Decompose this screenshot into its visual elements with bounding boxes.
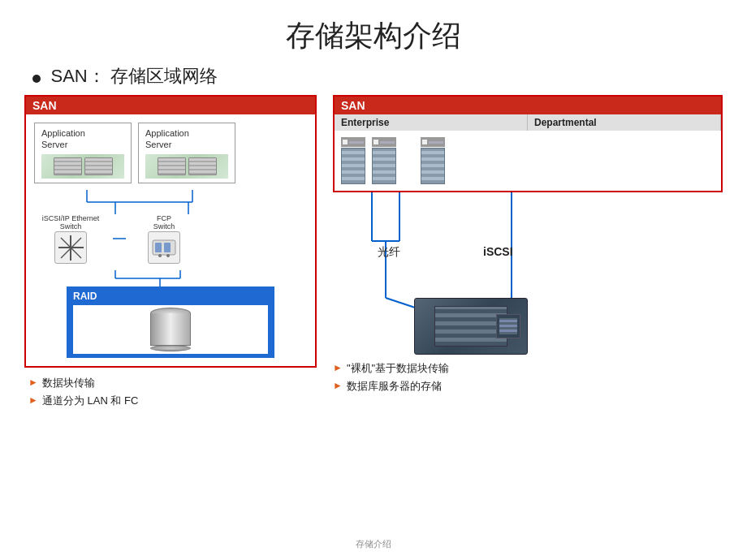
san-box-right: SAN Enterprise Departmental bbox=[333, 95, 723, 192]
triangle-icon-4: ► bbox=[333, 380, 343, 391]
right-bullet-text-1: "裸机"基于数据块传输 bbox=[347, 361, 449, 376]
server-light-1 bbox=[343, 140, 348, 144]
san-header-left: SAN bbox=[26, 97, 315, 114]
left-bullet-text-1: 数据块传输 bbox=[42, 376, 95, 390]
server-rack-2 bbox=[84, 157, 113, 175]
switch-2-group: FCPSwitch bbox=[132, 214, 196, 265]
left-san-diagram: SAN ApplicationServer Applicati bbox=[24, 95, 317, 411]
server-bar-2 bbox=[380, 141, 395, 144]
footnote: 存储介绍 bbox=[356, 538, 391, 550]
server-bar-dept bbox=[429, 141, 443, 144]
switch-1-group: iSCSI/IP EthernetSwitch bbox=[34, 214, 107, 265]
svg-rect-12 bbox=[155, 243, 162, 252]
triangle-icon-3: ► bbox=[333, 362, 343, 373]
cylinder-body bbox=[150, 313, 191, 346]
san-enterprise-header: Enterprise bbox=[335, 114, 528, 131]
bullet-icon bbox=[32, 75, 41, 83]
switch-connector bbox=[111, 222, 127, 255]
iscsi-label: iSCSI bbox=[483, 245, 513, 258]
san-departmental-header: Departmental bbox=[528, 114, 721, 131]
raid-label: RAID bbox=[73, 291, 268, 302]
app-servers-row: ApplicationServer ApplicationServer bbox=[34, 123, 307, 183]
left-bullet-text-2: 通道分为 LAN 和 FC bbox=[42, 394, 138, 408]
svg-point-15 bbox=[166, 254, 170, 257]
server-stack-2 bbox=[372, 137, 396, 184]
left-bullet-2: ► 通道分为 LAN 和 FC bbox=[28, 394, 317, 408]
subtitle: SAN： 存储区域网络 bbox=[50, 66, 217, 86]
departmental-servers bbox=[421, 137, 445, 184]
switch-to-raid-lines bbox=[34, 270, 245, 286]
server-bar-1 bbox=[349, 141, 364, 144]
switch-1-label: iSCSI/IP EthernetSwitch bbox=[42, 214, 99, 232]
page-title: 存储架构介绍 bbox=[0, 0, 747, 64]
triangle-icon-2: ► bbox=[28, 394, 38, 406]
cylinder-icon bbox=[150, 308, 191, 352]
switch-2-icon bbox=[148, 231, 180, 264]
left-bullet-1: ► 数据块传输 bbox=[28, 376, 317, 390]
right-san-diagram: SAN Enterprise Departmental bbox=[333, 95, 723, 411]
raid-box: RAID bbox=[67, 286, 274, 358]
storage-device bbox=[414, 298, 528, 355]
triangle-icon-1: ► bbox=[28, 377, 38, 388]
app-server-box-1: ApplicationServer bbox=[34, 123, 132, 183]
switch-fcp-icon bbox=[150, 234, 179, 262]
app-server-label-1: ApplicationServer bbox=[41, 127, 124, 151]
server-light-2 bbox=[374, 140, 378, 144]
san-header-right: SAN bbox=[335, 97, 721, 114]
switch-1-icon bbox=[54, 231, 87, 264]
right-bullet-2: ► 数据库服务器的存储 bbox=[333, 379, 723, 394]
enterprise-servers bbox=[341, 137, 396, 184]
svg-rect-13 bbox=[164, 243, 171, 252]
switch-cross-icon bbox=[57, 234, 85, 262]
raid-body bbox=[73, 305, 268, 354]
app-to-switch-lines bbox=[34, 190, 245, 214]
app-server-label-2: ApplicationServer bbox=[145, 127, 228, 151]
server-body-2 bbox=[372, 148, 396, 184]
switch-2-label: FCPSwitch bbox=[153, 214, 175, 232]
server-stack-dept bbox=[421, 137, 445, 184]
storage-stripes bbox=[499, 318, 517, 334]
left-inner: ApplicationServer ApplicationServer bbox=[34, 123, 307, 358]
server-indicator-1 bbox=[341, 137, 365, 147]
app-server-image-1 bbox=[41, 154, 124, 179]
server-rack-1 bbox=[54, 157, 82, 175]
right-connection-area: 光纤 iSCSI bbox=[333, 192, 723, 355]
right-bullet-1: ► "裸机"基于数据块传输 bbox=[333, 361, 723, 376]
server-stack-1 bbox=[341, 137, 365, 184]
san-sub-headers: Enterprise Departmental bbox=[335, 114, 721, 131]
left-bullets: ► 数据块传输 ► 通道分为 LAN 和 FC bbox=[24, 376, 317, 408]
server-light-dept bbox=[422, 140, 427, 144]
san-body-left: ApplicationServer ApplicationServer bbox=[26, 114, 315, 366]
storage-panel-right bbox=[496, 314, 520, 338]
server-indicator-2 bbox=[372, 137, 396, 147]
server-body-1 bbox=[341, 148, 365, 184]
server-indicator-dept bbox=[421, 137, 445, 147]
server-rack-3 bbox=[158, 157, 186, 175]
right-bullets: ► "裸机"基于数据块传输 ► 数据库服务器的存储 bbox=[333, 361, 723, 394]
server-body-dept bbox=[421, 148, 445, 184]
san-box-left: SAN ApplicationServer Applicati bbox=[24, 95, 317, 368]
svg-point-14 bbox=[158, 254, 162, 257]
san-right-body bbox=[335, 131, 721, 191]
right-bullet-text-2: 数据库服务器的存储 bbox=[347, 379, 442, 394]
fiber-label: 光纤 bbox=[378, 245, 400, 260]
server-rack-4 bbox=[188, 157, 217, 175]
app-server-box-2: ApplicationServer bbox=[138, 123, 235, 183]
switches-row: iSCSI/IP EthernetSwitch bbox=[34, 214, 307, 265]
cylinder-bottom bbox=[150, 345, 191, 351]
app-server-image-2 bbox=[145, 154, 228, 179]
